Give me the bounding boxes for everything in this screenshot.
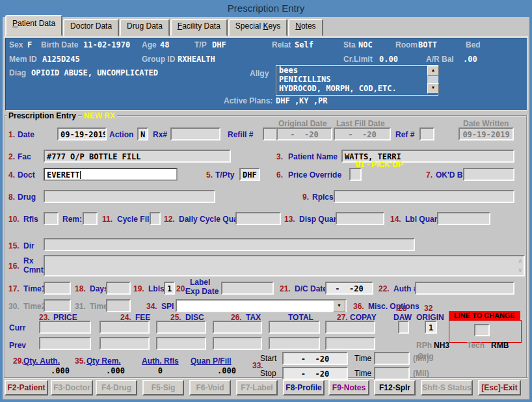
curr-disc-field[interactable]	[156, 321, 206, 334]
curr-price-field[interactable]	[39, 321, 91, 334]
tab-drug-data[interactable]: Drug Data	[120, 19, 170, 36]
rph-value: NH3	[434, 341, 449, 350]
date-field[interactable]: 09-19-2019	[57, 127, 107, 141]
action-label: Action	[109, 130, 133, 139]
label-exp-date-field[interactable]	[221, 282, 274, 295]
allergy-item[interactable]: bees	[276, 66, 438, 75]
scroll-up-icon[interactable]: ▲	[427, 66, 439, 76]
line-to-change-field[interactable]	[474, 324, 490, 336]
f12-splr-button[interactable]: F12-Splr	[374, 380, 416, 395]
dc-date-field[interactable]: - -20	[325, 282, 373, 295]
daw-field[interactable]	[398, 321, 409, 334]
fac-field[interactable]: #777 O/P BOTTLE FILL	[44, 150, 231, 163]
original-date-field: - -20	[276, 127, 332, 141]
f6-void-button[interactable]: F6-Void	[189, 380, 231, 395]
f4-drug-button[interactable]: F4-Drug	[96, 380, 137, 395]
start-time-field[interactable]	[374, 352, 410, 365]
days-field[interactable]	[106, 282, 131, 295]
tab-notes[interactable]: Notes	[288, 19, 323, 36]
f7-label-button[interactable]: F7-Label	[236, 380, 278, 395]
curr-copay-field[interactable]	[325, 321, 375, 334]
curr-tax-field[interactable]	[213, 321, 262, 334]
f2-patient-button[interactable]: F2-Patient	[5, 380, 48, 395]
f5-sig-button[interactable]: F5-Sig	[142, 380, 184, 395]
lbl-quan-field[interactable]	[437, 212, 490, 225]
date-label: Date	[18, 130, 34, 139]
fac-number: 2.	[8, 152, 15, 161]
rph-label: RPh	[416, 341, 432, 350]
sex-value: F	[27, 40, 32, 49]
disp-quan-label: Disp Quan	[299, 215, 338, 224]
start-date-field[interactable]: - -20	[282, 352, 348, 365]
f8-profile-button[interactable]: F8-Profile	[283, 380, 325, 395]
action-field[interactable]: N	[137, 127, 148, 141]
chevron-down-icon[interactable]: ▼	[333, 301, 345, 312]
tab-special-keys[interactable]: Special Keys	[228, 19, 287, 36]
doct-field[interactable]: EVERETT	[44, 168, 178, 181]
qty-auth-number: 29.	[13, 356, 24, 366]
allergy-item[interactable]: PENICILLINS	[276, 75, 438, 84]
refill-field[interactable]	[263, 127, 277, 141]
rplcs-number: 9.	[302, 193, 309, 202]
okd-by-label: OK'D By	[436, 170, 467, 180]
label-exp-label-line2: Exp Date	[185, 287, 219, 296]
tpty-field[interactable]: DHF	[239, 168, 260, 181]
disp-quan-field[interactable]	[336, 212, 384, 225]
ar-bal-value: .00	[463, 55, 477, 64]
cycle-fill-field[interactable]	[150, 212, 161, 225]
f9-notes-button[interactable]: F9-Notes	[328, 380, 369, 395]
curr-label: Curr	[9, 323, 25, 332]
stop-date-field[interactable]: - -20	[282, 367, 348, 380]
spi-dropdown[interactable]: ▼	[176, 299, 347, 312]
rfls-field[interactable]	[44, 212, 59, 225]
okd-by-field[interactable]	[463, 168, 514, 181]
time1-field[interactable]	[44, 282, 71, 295]
drug-field[interactable]	[44, 190, 215, 203]
days-number: 18.	[75, 284, 86, 293]
lbl-quan-number: 14.	[390, 215, 401, 224]
shft-s-status-button[interactable]: Shft-S Status	[421, 380, 473, 395]
rplcs-field[interactable]	[334, 190, 514, 203]
curr-fee-field[interactable]	[100, 321, 150, 334]
allergy-scrollbar[interactable]: ▲ ▼	[427, 66, 438, 94]
prev-label: Prev	[9, 341, 26, 350]
diag-label: Diag	[9, 68, 26, 77]
group-id-label: Group ID	[142, 55, 175, 64]
time1-label: Time1	[23, 284, 46, 293]
allergy-item[interactable]: HYDROCOD, MORPH, COD,ETC.	[276, 84, 438, 93]
stop-time-field[interactable]	[374, 367, 410, 380]
date-written-label: Date Written	[463, 119, 509, 128]
lbls-field[interactable]: 1	[164, 282, 175, 295]
daily-cycle-quan-field[interactable]	[235, 212, 281, 225]
origin-field[interactable]: 1	[425, 321, 437, 334]
dir-field[interactable]	[44, 238, 415, 251]
active-plans-label: Active Plans:	[224, 96, 273, 105]
auth-label: Auth #	[393, 284, 418, 293]
active-plans-value: DHF ,KY ,PR	[276, 96, 327, 105]
ref-number-label: Ref #	[395, 130, 414, 139]
scroll-down-icon[interactable]: ∨	[518, 267, 522, 273]
last-fill-date-field: - -20	[334, 127, 391, 141]
esc-exit-button[interactable]: [Esc]-Exit	[478, 380, 521, 395]
tab-facility-data[interactable]: Facility Data	[170, 19, 228, 36]
start-time-label: Time	[354, 354, 371, 363]
allergy-listbox[interactable]: bees PENICILLINS HYDROCOD, MORPH, COD,ET…	[276, 65, 438, 96]
scroll-down-icon[interactable]: ▼	[427, 83, 439, 94]
rx-number-field[interactable]	[170, 127, 220, 141]
ref-number-field[interactable]	[419, 127, 434, 141]
scroll-up-icon[interactable]: ∧	[518, 258, 522, 264]
okd-by-number: 7.	[426, 170, 432, 180]
f3-doctor-button[interactable]: F3-Doctor	[51, 380, 93, 395]
price-override-label: Price Override	[288, 170, 341, 180]
tab-doctor-data[interactable]: Doctor Data	[63, 19, 119, 36]
auth-number-field[interactable]	[415, 282, 514, 295]
cycle-fill-number: 11.	[102, 215, 113, 224]
dc-date-label: D/C Date	[295, 284, 327, 293]
time2-field	[44, 299, 71, 312]
last-fill-date-label: Last Fill Date	[336, 119, 385, 128]
origin-number: 32	[424, 304, 432, 313]
tab-patient-data[interactable]: Patient Data	[5, 15, 62, 36]
price-override-field[interactable]	[349, 168, 362, 181]
rx-cmnts-field[interactable]: ∧ ∨	[44, 255, 525, 276]
rem-field[interactable]	[83, 212, 98, 225]
